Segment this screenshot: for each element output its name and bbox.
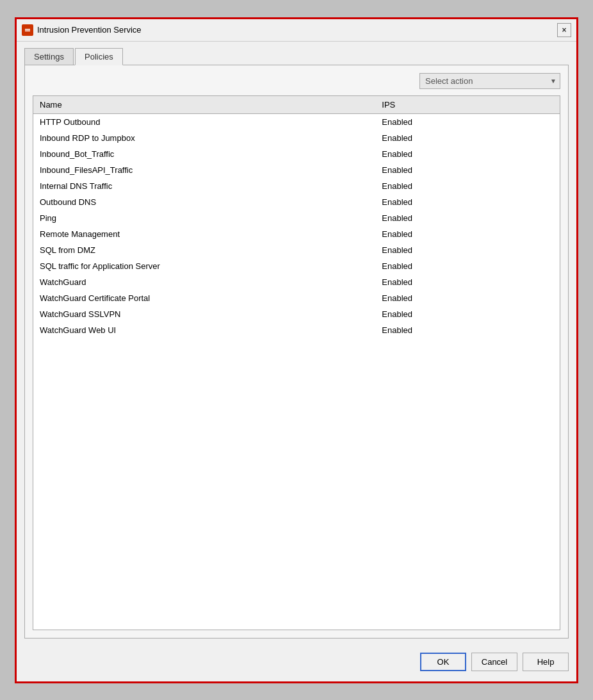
cell-ips-status: Enabled <box>375 322 560 338</box>
title-bar-left: Intrusion Prevention Service <box>22 24 142 36</box>
cell-ips-status: Enabled <box>375 130 560 146</box>
table-row[interactable]: Inbound RDP to JumpboxEnabled <box>33 130 560 146</box>
select-action-wrapper: Select action Enable Disable ▼ <box>419 73 560 89</box>
cell-ips-status: Enabled <box>375 242 560 258</box>
tabs-container: Settings Policies <box>24 48 569 65</box>
action-bar: Select action Enable Disable ▼ <box>33 73 560 89</box>
cell-policy-name: Inbound_FilesAPI_Traffic <box>33 162 375 178</box>
table-row[interactable]: HTTP OutboundEnabled <box>33 113 560 130</box>
table-row[interactable]: Inbound_FilesAPI_TrafficEnabled <box>33 162 560 178</box>
svg-rect-1 <box>25 29 30 30</box>
table-row[interactable]: WatchGuardEnabled <box>33 274 560 290</box>
column-header-name: Name <box>33 96 375 114</box>
table-row[interactable]: Remote ManagementEnabled <box>33 226 560 242</box>
cell-ips-status: Enabled <box>375 306 560 322</box>
cell-policy-name: HTTP Outbound <box>33 113 375 130</box>
help-button[interactable]: Help <box>523 653 569 671</box>
cell-ips-status: Enabled <box>375 178 560 194</box>
cell-ips-status: Enabled <box>375 113 560 130</box>
cell-policy-name: Inbound RDP to Jumpbox <box>33 130 375 146</box>
tab-content-policies: Select action Enable Disable ▼ Name IPS <box>24 65 569 639</box>
cell-policy-name: Inbound_Bot_Traffic <box>33 146 375 162</box>
app-icon <box>22 24 33 36</box>
table-body: HTTP OutboundEnabledInbound RDP to Jumpb… <box>33 113 560 338</box>
cell-policy-name: WatchGuard <box>33 274 375 290</box>
table-row[interactable]: SQL from DMZEnabled <box>33 242 560 258</box>
cell-policy-name: SQL from DMZ <box>33 242 375 258</box>
cell-ips-status: Enabled <box>375 162 560 178</box>
cell-policy-name: WatchGuard Web UI <box>33 322 375 338</box>
policies-table: Name IPS HTTP OutboundEnabledInbound RDP… <box>33 96 560 338</box>
cancel-button[interactable]: Cancel <box>471 653 517 671</box>
svg-rect-2 <box>25 30 30 31</box>
cell-ips-status: Enabled <box>375 210 560 226</box>
dialog-title: Intrusion Prevention Service <box>37 25 142 35</box>
cell-policy-name: Remote Management <box>33 226 375 242</box>
cell-policy-name: Ping <box>33 210 375 226</box>
svg-rect-0 <box>24 26 31 34</box>
cell-policy-name: SQL traffic for Application Server <box>33 258 375 274</box>
table-row[interactable]: Internal DNS TrafficEnabled <box>33 178 560 194</box>
cell-ips-status: Enabled <box>375 274 560 290</box>
cell-ips-status: Enabled <box>375 290 560 306</box>
cell-policy-name: Outbound DNS <box>33 194 375 210</box>
cell-ips-status: Enabled <box>375 226 560 242</box>
cell-policy-name: Internal DNS Traffic <box>33 178 375 194</box>
cell-policy-name: WatchGuard SSLVPN <box>33 306 375 322</box>
dialog-body: Settings Policies Select action Enable D… <box>17 42 576 645</box>
table-row[interactable]: WatchGuard Certificate PortalEnabled <box>33 290 560 306</box>
table-row[interactable]: Outbound DNSEnabled <box>33 194 560 210</box>
tab-policies[interactable]: Policies <box>75 48 123 65</box>
close-button[interactable]: × <box>557 23 571 37</box>
tab-settings[interactable]: Settings <box>24 48 74 65</box>
table-row[interactable]: WatchGuard SSLVPNEnabled <box>33 306 560 322</box>
table-row[interactable]: WatchGuard Web UIEnabled <box>33 322 560 338</box>
dialog-footer: OK Cancel Help <box>17 645 576 681</box>
select-action-dropdown[interactable]: Select action Enable Disable <box>419 73 560 89</box>
table-row[interactable]: SQL traffic for Application ServerEnable… <box>33 258 560 274</box>
policies-table-container: Name IPS HTTP OutboundEnabledInbound RDP… <box>33 95 560 630</box>
dialog-window: Intrusion Prevention Service × Settings … <box>15 17 578 683</box>
cell-ips-status: Enabled <box>375 258 560 274</box>
table-header-row: Name IPS <box>33 96 560 114</box>
column-header-ips: IPS <box>375 96 560 114</box>
title-bar: Intrusion Prevention Service × <box>17 19 576 42</box>
cell-ips-status: Enabled <box>375 194 560 210</box>
ok-button[interactable]: OK <box>420 653 466 671</box>
cell-ips-status: Enabled <box>375 146 560 162</box>
cell-policy-name: WatchGuard Certificate Portal <box>33 290 375 306</box>
table-row[interactable]: Inbound_Bot_TrafficEnabled <box>33 146 560 162</box>
table-row[interactable]: PingEnabled <box>33 210 560 226</box>
